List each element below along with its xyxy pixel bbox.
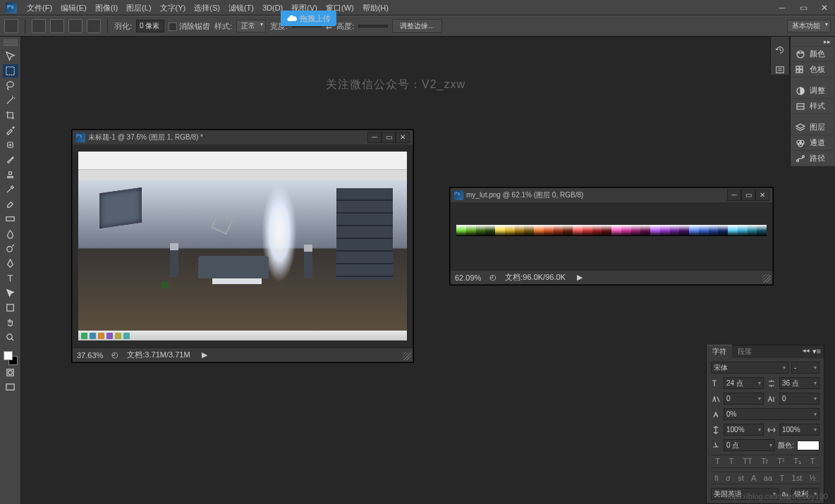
upload-tag[interactable]: 拖拽上传 <box>281 11 336 26</box>
baseline-select[interactable]: 0 点 <box>724 439 775 451</box>
toolbox-handle[interactable] <box>4 39 18 46</box>
move-tool[interactable] <box>3 49 18 63</box>
tt-btn[interactable]: T <box>715 457 720 466</box>
doc1-zoom[interactable]: 37.63% <box>77 351 103 359</box>
stamp-tool[interactable] <box>3 168 18 181</box>
properties-icon[interactable] <box>775 65 785 75</box>
status-icon[interactable]: ◴ <box>489 273 496 282</box>
maximize-button[interactable]: ▭ <box>793 0 814 16</box>
tt-btn[interactable]: σ <box>726 474 731 482</box>
scale-select[interactable]: 0% <box>724 408 819 420</box>
close-button[interactable]: ✕ <box>814 0 835 16</box>
doc2-resize-handle[interactable] <box>762 274 771 283</box>
history-icon[interactable] <box>775 45 785 55</box>
minimize-button[interactable]: ─ <box>772 0 793 16</box>
history-brush-tool[interactable] <box>3 183 18 196</box>
tt-btn[interactable]: fi <box>714 474 719 482</box>
brush-tool[interactable] <box>3 153 18 166</box>
fg-bg-colors[interactable] <box>3 351 18 364</box>
zoom-tool[interactable] <box>3 331 18 344</box>
font-style-select[interactable]: - <box>791 362 819 374</box>
dodge-tool[interactable] <box>3 242 18 255</box>
doc1-max[interactable]: ▭ <box>382 132 396 143</box>
document-window-1[interactable]: 未标题-1 @ 37.6% (图层 1, RGB/8) * ─ ▭ ✕ 37.6… <box>72 130 413 362</box>
hscale-select[interactable]: 100% <box>779 424 819 436</box>
panel-adjust[interactable]: 调整 <box>791 83 835 99</box>
status-arrow-icon[interactable]: ▶ <box>577 273 583 282</box>
menu-layer[interactable]: 图层(L) <box>122 0 155 16</box>
menu-filter[interactable]: 滤镜(T) <box>224 0 258 16</box>
panel-color[interactable]: 颜色 <box>791 47 835 62</box>
status-arrow-icon[interactable]: ▶ <box>202 350 207 359</box>
doc2-titlebar[interactable]: my_lut.png @ 62.1% (图层 0, RGB/8) ─ ▭ ✕ <box>451 188 772 202</box>
tab-para[interactable]: 段落 <box>732 345 757 358</box>
tt-btn[interactable]: TT <box>743 457 752 466</box>
tab-char[interactable]: 字符 <box>707 345 732 358</box>
status-icon[interactable]: ◴ <box>111 350 118 359</box>
wand-tool[interactable] <box>3 94 18 107</box>
tt-btn[interactable]: Tr <box>761 457 768 466</box>
vscale-select[interactable]: 100% <box>724 424 764 436</box>
tt-btn[interactable]: ½ <box>810 474 816 482</box>
path-select-tool[interactable] <box>3 286 18 300</box>
screenmode-tool[interactable] <box>3 381 18 394</box>
text-color-swatch[interactable] <box>797 441 819 450</box>
feather-field[interactable]: 0 像素 <box>136 20 164 32</box>
panel-menu-icon[interactable]: ▾≡ <box>812 347 821 356</box>
doc1-resize-handle[interactable] <box>403 352 411 360</box>
tool-preset-icon[interactable] <box>4 19 18 33</box>
antialias-checkbox[interactable]: 消除锯齿 <box>169 21 210 32</box>
doc1-min[interactable]: ─ <box>367 132 382 143</box>
height-field[interactable] <box>358 25 388 27</box>
font-family-select[interactable]: 宋体 <box>711 362 788 374</box>
shape-tool[interactable] <box>3 301 18 314</box>
lasso-tool[interactable] <box>3 79 18 92</box>
eraser-tool[interactable] <box>3 197 18 211</box>
tt-btn[interactable]: 1st <box>792 474 803 482</box>
type-tool[interactable] <box>3 271 18 285</box>
tt-btn[interactable]: st <box>738 474 744 482</box>
menu-help[interactable]: 帮助(H) <box>358 0 393 16</box>
gradient-tool[interactable] <box>3 212 18 226</box>
doc2-zoom[interactable]: 62.09% <box>455 273 481 282</box>
tt-btn[interactable]: T <box>729 457 734 466</box>
hand-tool[interactable] <box>3 316 18 329</box>
font-size-select[interactable]: 24 点 <box>724 377 764 389</box>
tt-btn[interactable]: T¹ <box>777 457 784 466</box>
panel-collapse-icon[interactable]: ◂◂ <box>803 347 810 354</box>
pen-tool[interactable] <box>3 257 18 270</box>
collapse-icon[interactable]: ▸▸ <box>824 38 831 45</box>
selection-sub-icon[interactable] <box>68 19 83 33</box>
doc1-titlebar[interactable]: 未标题-1 @ 37.6% (图层 1, RGB/8) * ─ ▭ ✕ <box>73 130 413 145</box>
menu-file[interactable]: 文件(F) <box>23 0 56 16</box>
panel-swatch[interactable]: 色板 <box>791 62 835 78</box>
panel-layers[interactable]: 图层 <box>791 120 835 135</box>
selection-intersect-icon[interactable] <box>87 19 101 33</box>
selection-add-icon[interactable] <box>50 19 64 33</box>
heal-tool[interactable] <box>3 138 18 152</box>
workspace-dropdown[interactable]: 基本功能 <box>787 20 831 32</box>
document-window-2[interactable]: my_lut.png @ 62.1% (图层 0, RGB/8) ─ ▭ ✕ 6… <box>450 188 773 285</box>
panel-styles[interactable]: 样式 <box>791 99 835 114</box>
tt-btn[interactable]: T₁ <box>793 457 801 466</box>
leading-select[interactable]: 36 点 <box>779 377 819 389</box>
doc2-min[interactable]: ─ <box>727 190 741 201</box>
menu-type[interactable]: 文字(Y) <box>156 0 190 16</box>
panel-paths[interactable]: 路径 <box>791 151 835 166</box>
character-panel[interactable]: 字符 段落 ◂◂ ▾≡ 宋体 - 24 点 36 点 0 0 0% 100% <box>706 345 824 504</box>
quickmask-tool[interactable] <box>3 366 18 379</box>
va-select[interactable]: 0 <box>724 393 764 405</box>
menu-select[interactable]: 选择(S) <box>190 0 224 16</box>
refine-edge-button[interactable]: 调整边缘... <box>392 19 441 33</box>
eyedropper-tool[interactable] <box>3 123 18 137</box>
doc1-close[interactable]: ✕ <box>396 132 410 143</box>
menu-image[interactable]: 图像(I) <box>91 0 122 16</box>
style-dropdown[interactable]: 正常 <box>236 20 266 32</box>
crop-tool[interactable] <box>3 109 18 122</box>
doc2-close[interactable]: ✕ <box>755 190 769 201</box>
tt-btn[interactable]: A <box>751 474 756 482</box>
menu-edit[interactable]: 编辑(E) <box>56 0 91 16</box>
blur-tool[interactable] <box>3 227 18 240</box>
marquee-tool[interactable] <box>3 64 18 78</box>
kerning-select[interactable]: 0 <box>779 393 819 405</box>
